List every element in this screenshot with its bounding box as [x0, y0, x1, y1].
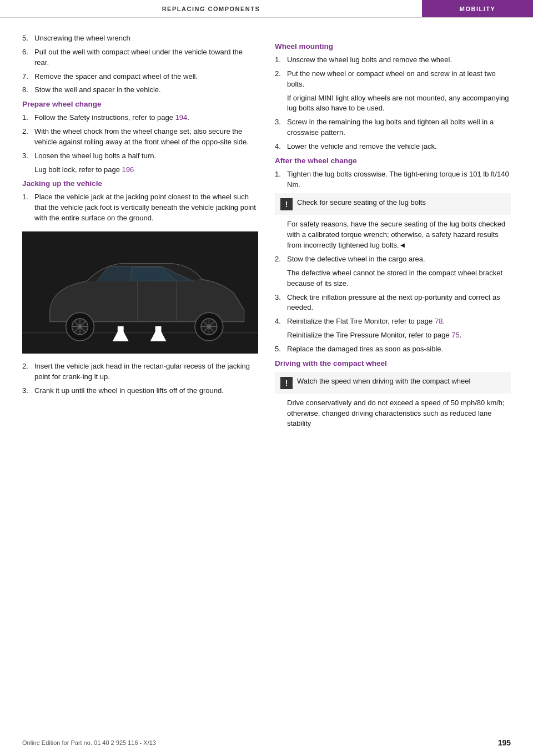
list-number: 3. — [22, 151, 34, 162]
list-item: 1.Place the vehicle jack at the jacking … — [22, 192, 258, 224]
list-number: 8. — [22, 85, 34, 95]
section-heading-after-change: After the wheel change — [275, 157, 511, 165]
list-item: 1.Follow the Safety instructions, refer … — [22, 113, 258, 123]
list-text: Follow the Safety instructions, refer to… — [34, 113, 189, 123]
section-heading-driving-compact: Driving with the compact wheel — [275, 359, 511, 367]
list-item: 2.Insert the vehicle jack head in the re… — [22, 361, 258, 382]
list-number: 2. — [22, 127, 34, 148]
warning-text: Check for secure seating of the lug bolt… — [297, 198, 426, 208]
page-footer: Online Edition for Part no. 01 40 2 925 … — [0, 738, 533, 747]
list-text: Put the new wheel or compact wheel on an… — [287, 69, 511, 90]
list-text: Pull out the well with compact wheel und… — [34, 47, 258, 68]
header-right-label: MOBILITY — [422, 0, 533, 17]
page-header: REPLACING COMPONENTS MOBILITY — [0, 0, 533, 18]
list-item: 4.Reinitialize the Flat Tire Monitor, re… — [275, 316, 511, 327]
list-item: 3.Screw in the remaining the lug bolts a… — [275, 117, 511, 138]
left-column: 5.Unscrewing the wheel wrench6.Pull out … — [22, 33, 258, 432]
driving-compact-body: Drive conservatively and do not exceed a… — [287, 398, 511, 430]
sub-text: For safety reasons, have the secure seat… — [287, 219, 511, 251]
list-item: 1.Tighten the lug bolts crosswise. The t… — [275, 169, 511, 190]
list-text: Tighten the lug bolts crosswise. The tig… — [287, 169, 511, 190]
list-text: Screw in the remaining the lug bolts and… — [287, 117, 511, 138]
list-item: 5.Unscrewing the wheel wrench — [22, 33, 258, 44]
list-number: 5. — [275, 344, 287, 355]
list-text: Crank it up until the wheel in question … — [34, 386, 224, 396]
list-text: Reinitialize the Flat Tire Monitor, refe… — [287, 316, 445, 327]
list-text: Place the vehicle jack at the jacking po… — [34, 192, 258, 224]
list-text: Lower the vehicle and remove the vehicle… — [287, 142, 437, 152]
section-heading-jacking: Jacking up the vehicle — [22, 179, 258, 188]
list-item: 2.Put the new wheel or compact wheel on … — [275, 69, 511, 90]
right-column: Wheel mounting1.Unscrew the wheel lug bo… — [275, 33, 511, 432]
list-number: 7. — [22, 72, 34, 82]
warning-compact-text: Watch the speed when driving with the co… — [297, 376, 470, 387]
section-heading-wheel-mounting: Wheel mounting — [275, 42, 511, 51]
sub-text: If original MINI light alloy wheels are … — [287, 93, 511, 114]
list-item: 3.Crank it up until the wheel in questio… — [22, 386, 258, 396]
list-text: Loosen the wheel lug bolts a half turn. — [34, 151, 156, 162]
list-item: 1.Unscrew the wheel lug bolts and remove… — [275, 55, 511, 65]
svg-rect-19 — [118, 326, 124, 337]
warning-box: !Check for secure seating of the lug bol… — [275, 193, 511, 215]
list-item: 6.Pull out the well with compact wheel u… — [22, 47, 258, 68]
page-link[interactable]: 196 — [122, 165, 134, 174]
section-heading-prepare: Prepare wheel change — [22, 100, 258, 108]
list-number: 2. — [275, 69, 287, 90]
list-item: 4.Lower the vehicle and remove the vehic… — [275, 142, 511, 152]
list-number: 3. — [275, 117, 287, 138]
page-link[interactable]: 75 — [451, 331, 459, 339]
list-text: Unscrewing the wheel wrench — [34, 33, 130, 44]
warning-icon: ! — [280, 198, 293, 210]
list-text: Stow the well and spacer in the vehicle. — [34, 85, 161, 95]
list-text: Remove the spacer and compact wheel of t… — [34, 72, 198, 82]
page-link[interactable]: 194 — [175, 113, 188, 122]
list-item: 2.With the wheel chock from the wheel ch… — [22, 127, 258, 148]
list-number: 4. — [275, 142, 287, 152]
list-item: 7.Remove the spacer and compact wheel of… — [22, 72, 258, 82]
list-number: 4. — [275, 316, 287, 327]
svg-rect-21 — [155, 326, 162, 337]
warning-icon: ! — [280, 377, 293, 389]
list-number: 5. — [22, 33, 34, 44]
sub-text: Reinitialize the Tire Pressure Monitor, … — [287, 330, 511, 341]
list-number: 2. — [22, 361, 34, 382]
list-item: 2.Stow the defective wheel in the cargo … — [275, 254, 511, 265]
car-jacking-image — [22, 231, 258, 354]
sub-text: Lug bolt lock, refer to page 196 — [34, 165, 258, 175]
list-number: 2. — [275, 254, 287, 265]
list-text: Check tire inflation pressure at the nex… — [287, 293, 511, 314]
list-item: 5.Replace the damaged tires as soon as p… — [275, 344, 511, 355]
page-link[interactable]: 78 — [435, 317, 443, 325]
list-number: 6. — [22, 47, 34, 68]
warning-box-compact: !Watch the speed when driving with the c… — [275, 372, 511, 394]
main-content: 5.Unscrewing the wheel wrench6.Pull out … — [0, 18, 533, 455]
list-number: 1. — [22, 113, 34, 123]
list-text: Stow the defective wheel in the cargo ar… — [287, 254, 425, 265]
list-number: 3. — [22, 386, 34, 396]
list-text: With the wheel chock from the wheel chan… — [34, 127, 258, 148]
list-number: 3. — [275, 293, 287, 314]
list-number: 1. — [275, 169, 287, 190]
sub-text: The defective wheel cannot be stored in … — [287, 268, 511, 289]
list-number: 1. — [275, 55, 287, 65]
footer-edition-text: Online Edition for Part no. 01 40 2 925 … — [22, 739, 156, 746]
list-item: 3.Loosen the wheel lug bolts a half turn… — [22, 151, 258, 162]
header-left-label: REPLACING COMPONENTS — [0, 0, 422, 17]
list-text: Unscrew the wheel lug bolts and remove t… — [287, 55, 452, 65]
list-item: 3.Check tire inflation pressure at the n… — [275, 293, 511, 314]
list-number: 1. — [22, 192, 34, 224]
page-number: 195 — [498, 738, 511, 747]
list-item: 8.Stow the well and spacer in the vehicl… — [22, 85, 258, 95]
list-text: Insert the vehicle jack head in the rect… — [34, 361, 258, 382]
list-text: Replace the damaged tires as soon as pos… — [287, 344, 443, 355]
